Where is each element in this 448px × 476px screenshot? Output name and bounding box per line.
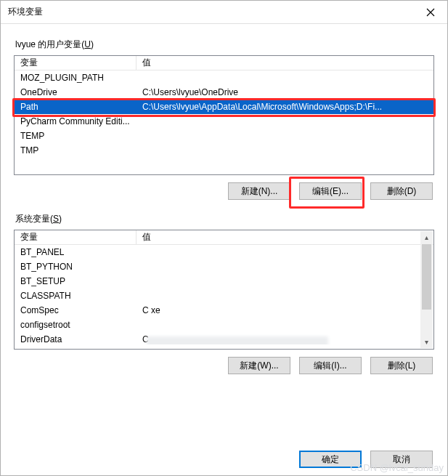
user-vars-label: lvyue 的用户变量(U) (15, 39, 434, 51)
table-row[interactable]: BT_PANEL (15, 245, 433, 259)
ok-button[interactable]: 确定 (299, 451, 362, 468)
var-name: PyCharm Community Editi... (15, 116, 137, 126)
dialog-title: 环境变量 (8, 6, 43, 18)
table-row[interactable]: DriverDataC (15, 332, 433, 347)
sys-header-value: 值 (137, 230, 433, 244)
var-name: configsetroot (15, 320, 137, 330)
var-value: C:\Users\lvyue\AppData\Local\Microsoft\W… (137, 102, 433, 112)
user-edit-button[interactable]: 编辑(E)... (299, 182, 362, 200)
var-value: C (137, 334, 433, 344)
table-row[interactable]: ComSpecC xe (15, 303, 433, 318)
user-header-name: 变量 (15, 56, 137, 70)
var-name: MOZ_PLUGIN_PATH (15, 73, 137, 83)
user-new-button[interactable]: 新建(N)... (228, 182, 290, 200)
table-row[interactable]: PyCharm Community Editi... (15, 114, 433, 129)
var-name: DriverData (15, 334, 137, 344)
var-name: TEMP (15, 131, 137, 141)
sys-edit-button[interactable]: 编辑(I)... (299, 357, 362, 374)
var-name: TMP (15, 145, 137, 156)
sys-header-name: 变量 (15, 230, 137, 244)
table-row[interactable]: TEMP (15, 129, 433, 143)
user-del-button[interactable]: 删除(D) (370, 182, 433, 200)
table-row[interactable]: BT_PYTHON (15, 259, 433, 274)
table-row[interactable]: PathC:\Users\lvyue\AppData\Local\Microso… (15, 100, 433, 114)
user-vars-list[interactable]: 变量 值 MOZ_PLUGIN_PATHOneDriveC:\Users\lvy… (14, 55, 434, 175)
var-name: CLASSPATH (15, 291, 137, 301)
sys-vars-label: 系统变量(S) (15, 213, 434, 225)
var-name: BT_PYTHON (15, 262, 137, 272)
var-name: ComSpec (15, 305, 137, 315)
env-vars-dialog: 环境变量 lvyue 的用户变量(U) 变量 值 MOZ_PLUGIN_PATH… (0, 0, 448, 476)
user-header-value: 值 (137, 56, 433, 70)
var-name: BT_SETUP (15, 276, 137, 286)
var-name: BT_PANEL (15, 247, 137, 257)
scroll-thumb[interactable] (422, 244, 431, 310)
table-row[interactable]: TMP (15, 143, 433, 158)
cancel-button[interactable]: 取消 (370, 451, 433, 468)
var-name: OneDrive (15, 87, 137, 97)
table-row[interactable]: CLASSPATH (15, 289, 433, 303)
titlebar: 环境变量 (1, 1, 447, 24)
close-icon[interactable] (414, 1, 447, 24)
sys-vars-list[interactable]: 变量 值 BT_PANELBT_PYTHONBT_SETUPCLASSPATHC… (14, 230, 434, 350)
scroll-down-icon[interactable]: ▾ (420, 336, 433, 348)
var-name: Path (15, 102, 137, 112)
table-row[interactable]: MOZ_PLUGIN_PATH (15, 70, 433, 85)
table-row[interactable]: BT_SETUP (15, 274, 433, 289)
sys-new-button[interactable]: 新建(W)... (228, 357, 290, 374)
sys-del-button[interactable]: 删除(L) (370, 357, 433, 374)
var-value: C xe (137, 305, 433, 315)
dialog-footer: 确定 取消 (1, 445, 447, 475)
scroll-up-icon[interactable]: ▴ (420, 231, 433, 243)
table-row[interactable]: OneDriveC:\Users\lvyue\OneDrive (15, 85, 433, 100)
var-value: C:\Users\lvyue\OneDrive (137, 87, 433, 97)
table-row[interactable]: configsetroot (15, 318, 433, 332)
sys-list-header: 变量 值 (15, 230, 433, 245)
user-list-header: 变量 值 (15, 56, 433, 70)
scrollbar[interactable]: ▴ ▾ (420, 231, 433, 348)
